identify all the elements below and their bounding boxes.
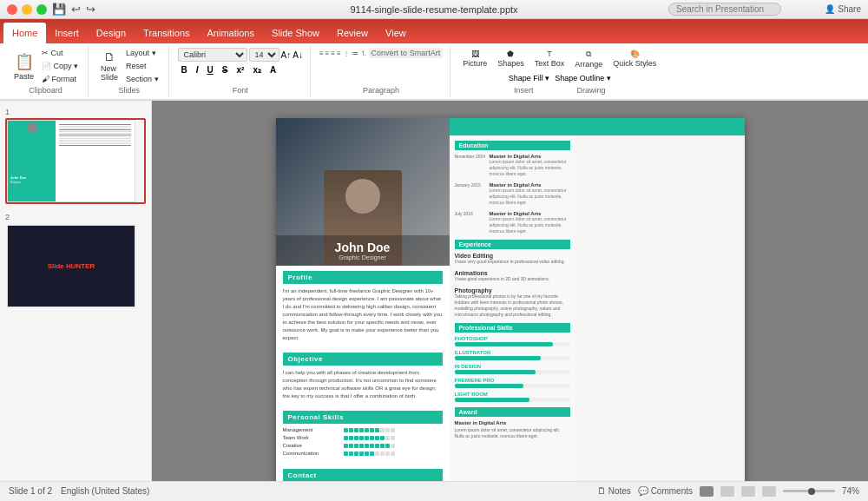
shape-fill-button[interactable]: Shape Fill ▾	[509, 74, 550, 82]
slide-2-thumbnail[interactable]: Slide HUNTER	[5, 223, 146, 309]
copy-button[interactable]: 📄 Copy ▾	[39, 61, 81, 71]
slide-1-thumbnail[interactable]: John Doe Designer	[5, 118, 146, 204]
exp-title: Animations	[455, 270, 570, 276]
font-increase-button[interactable]: A↑	[281, 50, 292, 60]
font-row-top: Calibri 14.9 A↑ A↓	[178, 48, 303, 62]
window-controls[interactable]	[7, 4, 47, 15]
minimize-button[interactable]	[22, 4, 32, 15]
edu-content: Master in Digital Arts Lorem ipsum dolor…	[490, 182, 570, 206]
exp-text: Taking professional photos is by far one…	[455, 293, 570, 318]
thumb-line-5	[59, 131, 131, 132]
redo-icon[interactable]: ↪	[86, 3, 95, 16]
share-button[interactable]: 👤 Share	[825, 4, 861, 14]
strikethrough-button[interactable]: S	[219, 63, 232, 76]
pro-skill-name: PHOTOSHOP	[455, 336, 570, 341]
pro-skill-name: IN DESIGN	[455, 364, 570, 369]
new-slide-button[interactable]: 🗋 NewSlide	[97, 49, 122, 83]
tab-animations[interactable]: Animations	[199, 23, 263, 43]
font-size-select[interactable]: 14.9	[249, 48, 279, 62]
close-button[interactable]	[7, 4, 17, 15]
ribbon-group-insert: 🖼 Picture ⬟ Shapes T Text Box ⧉ Arrange …	[452, 46, 667, 96]
tab-review[interactable]: Review	[328, 23, 377, 43]
skill-dot-filled	[370, 428, 374, 432]
undo-icon[interactable]: ↩	[71, 3, 81, 16]
search-area	[668, 3, 781, 16]
tab-design[interactable]: Design	[88, 23, 135, 43]
superscript-button[interactable]: x²	[233, 63, 248, 76]
photo-overlay: John Doe Graphic Designer	[276, 235, 450, 266]
font-family-select[interactable]: Calibri	[178, 48, 247, 62]
reading-view-button[interactable]	[741, 486, 755, 497]
layout-button[interactable]: Layout ▾	[123, 48, 161, 58]
font-color-button[interactable]: A	[266, 63, 279, 76]
comments-button[interactable]: 💬 Comments	[638, 486, 693, 496]
bullet-icon[interactable]: ≔	[352, 49, 358, 57]
skill-dot-filled	[354, 428, 358, 432]
textbox-button[interactable]: T Text Box	[531, 48, 569, 69]
format-button[interactable]: 🖌 Format	[39, 74, 81, 84]
pro-skill-bar	[455, 342, 553, 346]
number-list-icon[interactable]: ⒈	[360, 49, 367, 58]
paste-button[interactable]: 📋 Paste	[10, 50, 37, 82]
underline-button[interactable]: U	[204, 63, 217, 76]
cut-button[interactable]: ✂ Cut	[39, 48, 81, 58]
personal-skills-header: Personal Skills	[283, 411, 443, 424]
shapes-icon: ⬟	[507, 49, 514, 58]
zoom-slider[interactable]	[783, 490, 835, 492]
save-icon[interactable]: 💾	[52, 3, 66, 16]
pro-skill-row: PREMIERE PRO	[455, 378, 570, 388]
convert-smartart-button[interactable]: Convert to SmartArt	[369, 48, 444, 58]
skill-dot-filled	[344, 452, 348, 456]
tab-home[interactable]: Home	[3, 23, 46, 43]
subscript-button[interactable]: x₂	[249, 63, 265, 76]
pro-skill-row: PHOTOSHOP	[455, 336, 570, 346]
picture-button[interactable]: 🖼 Picture	[459, 48, 490, 69]
thumb-line-10	[59, 140, 131, 141]
search-input[interactable]	[668, 3, 781, 16]
skill-dots	[344, 428, 395, 432]
thumb-line-3	[59, 128, 131, 129]
main-area: 1 John Doe Designer	[0, 101, 868, 481]
align-center-icon[interactable]: ≡	[326, 49, 330, 57]
ribbon: Home Insert Design Transitions Animation…	[0, 19, 868, 101]
slide-sorter-button[interactable]	[720, 486, 734, 497]
thumb1-left: John Doe Designer	[8, 121, 56, 201]
tab-view[interactable]: View	[377, 23, 415, 43]
maximize-button[interactable]	[36, 4, 47, 15]
skill-row: Management	[283, 427, 443, 432]
pro-skill-bar	[455, 370, 536, 374]
bold-button[interactable]: B	[178, 63, 191, 76]
zoom-level[interactable]: 74%	[842, 486, 859, 496]
skill-dot-filled	[354, 436, 358, 440]
skill-dot-empty	[385, 428, 390, 432]
thumb1-right	[56, 121, 135, 201]
slideshow-button[interactable]	[762, 486, 776, 497]
tab-insert[interactable]: Insert	[46, 23, 88, 43]
reset-button[interactable]: Reset	[123, 61, 161, 71]
thumb2-logo: Slide HUNTER	[48, 262, 95, 270]
shapes-button[interactable]: ⬟ Shapes	[494, 48, 528, 69]
tab-slideshow[interactable]: Slide Show	[263, 23, 328, 43]
section-button[interactable]: Section ▾	[123, 74, 161, 84]
notes-button[interactable]: 🗒 Notes	[597, 486, 631, 496]
arrange-button[interactable]: ⧉ Arrange	[571, 48, 606, 70]
justify-icon[interactable]: ≡	[337, 49, 341, 57]
normal-view-button[interactable]	[700, 486, 713, 497]
slide-2-image: Slide HUNTER	[7, 225, 135, 307]
skill-dot-filled	[359, 436, 364, 440]
tab-transitions[interactable]: Transitions	[135, 23, 198, 43]
skill-row: Team Work	[283, 435, 443, 440]
education-item: November 2014 Master in Digital Arts Lor…	[455, 154, 570, 177]
shape-outline-button[interactable]: Shape Outline ▾	[555, 74, 611, 82]
align-left-icon[interactable]: ≡	[319, 49, 324, 57]
resume-left: John Doe Graphic Designer Profile I'm an…	[276, 118, 450, 481]
skill-dots	[344, 436, 395, 440]
italic-button[interactable]: I	[193, 63, 202, 76]
quick-styles-button[interactable]: 🎨 Quick Styles	[609, 48, 660, 69]
skill-dot-filled	[349, 428, 353, 432]
columns-icon[interactable]: ⋮	[343, 49, 350, 57]
skill-dot-filled	[380, 436, 385, 440]
skill-label: Communication	[283, 451, 344, 456]
font-decrease-button[interactable]: A↓	[293, 50, 303, 60]
align-right-icon[interactable]: ≡	[331, 49, 335, 57]
